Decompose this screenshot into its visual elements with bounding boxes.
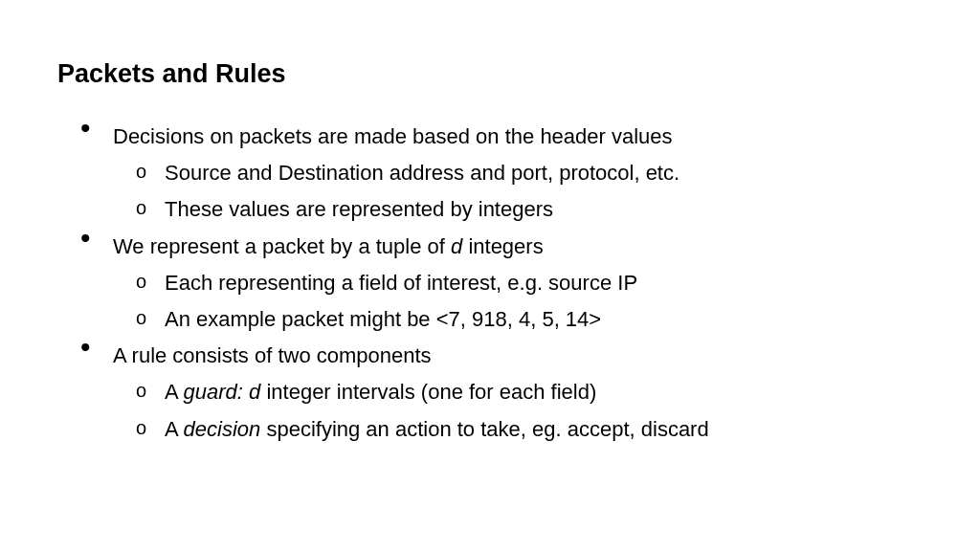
bullet-item: A rule consists of two components A guar…: [88, 339, 923, 446]
sub-bullet-item: Source and Destination address and port,…: [136, 156, 923, 189]
slide-title: Packets and Rules: [57, 59, 923, 89]
outer-list: Decisions on packets are made based on t…: [57, 120, 923, 446]
bullet-text: We represent a packet by a tuple of: [113, 234, 451, 258]
sub-bullet-item: A decision specifying an action to take,…: [136, 412, 923, 446]
bullet-item: We represent a packet by a tuple of d in…: [88, 230, 923, 337]
sub-bullet-text: These values are represented by integers: [165, 197, 553, 221]
italic-text: guard: d: [184, 380, 261, 404]
bullet-text: integers: [462, 234, 543, 258]
sub-bullet-text: A: [165, 380, 184, 404]
sub-bullet-item: These values are represented by integers: [136, 192, 923, 226]
italic-text: decision: [184, 417, 261, 441]
sub-bullet-text: integer intervals (one for each field): [260, 380, 596, 404]
sub-bullet-text: A: [165, 417, 184, 441]
bullet-text: Decisions on packets are made based on t…: [113, 124, 673, 148]
sub-bullet-text: Each representing a field of interest, e…: [165, 271, 637, 295]
sub-bullet-item: Each representing a field of interest, e…: [136, 266, 923, 299]
sub-bullet-item: An example packet might be <7, 918, 4, 5…: [136, 302, 923, 336]
slide-content: Decisions on packets are made based on t…: [57, 120, 923, 446]
inner-list: A guard: d integer intervals (one for ea…: [113, 375, 923, 445]
inner-list: Each representing a field of interest, e…: [113, 266, 923, 336]
sub-bullet-item: A guard: d integer intervals (one for ea…: [136, 375, 923, 408]
bullet-text: A rule consists of two components: [113, 343, 432, 367]
bullet-item: Decisions on packets are made based on t…: [88, 120, 923, 227]
inner-list: Source and Destination address and port,…: [113, 156, 923, 226]
italic-text: d: [451, 234, 462, 258]
sub-bullet-text: An example packet might be <7, 918, 4, 5…: [165, 307, 601, 331]
sub-bullet-text: specifying an action to take, eg. accept…: [260, 417, 708, 441]
sub-bullet-text: Source and Destination address and port,…: [165, 161, 679, 185]
